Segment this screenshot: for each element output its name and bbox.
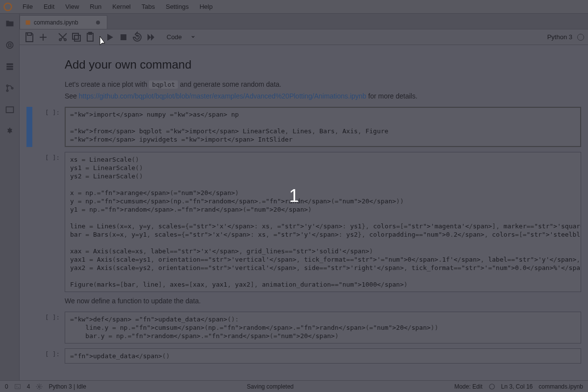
cell-prompt: [ ]:: [32, 152, 65, 292]
cell-gutter: [26, 107, 32, 147]
menu-tabs[interactable]: Tabs: [137, 1, 160, 12]
menu-edit[interactable]: Edit: [39, 1, 59, 12]
tab-commands[interactable]: commands.ipynb: [20, 15, 107, 29]
svg-point-17: [39, 386, 41, 388]
menu-help[interactable]: Help: [195, 1, 218, 12]
kernel-name[interactable]: Python 3: [547, 33, 572, 41]
menu-run[interactable]: Run: [85, 1, 106, 12]
svg-rect-2: [8, 44, 11, 47]
svg-rect-6: [6, 107, 13, 113]
tab-strip: commands.ipynb: [0, 14, 588, 29]
cell-gutter: [26, 312, 32, 343]
notebook-icon: [25, 20, 31, 25]
restart-icon[interactable]: [131, 31, 143, 43]
svg-rect-7: [26, 20, 30, 24]
tab-title: commands.ipynb: [34, 19, 78, 26]
sb-terminals[interactable]: 0: [5, 383, 8, 390]
svg-point-3: [6, 85, 8, 86]
copy-icon[interactable]: [71, 31, 82, 43]
markdown-heading: Add your own command: [65, 58, 569, 72]
sb-kernels[interactable]: 4: [27, 383, 30, 390]
terminal-icon[interactable]: [14, 383, 21, 390]
code-cell-4[interactable]: [ ]: ="fn">update_data</span>(): [26, 348, 581, 364]
svg-point-9: [59, 39, 61, 41]
notebook-panel: Add your own command Let's create a nice…: [20, 45, 588, 380]
svg-rect-8: [27, 33, 31, 35]
cell-prompt: [ ]:: [32, 348, 65, 364]
sb-mode[interactable]: Mode: Edit: [454, 383, 482, 390]
cell-gutter: [26, 348, 32, 364]
markdown-p2: See https://github.com/bqplot/bqplot/blo…: [65, 92, 569, 100]
settings-icon[interactable]: [36, 383, 43, 390]
menu-view[interactable]: View: [60, 1, 84, 12]
sb-kernel-status[interactable]: Python 3 | Idle: [49, 383, 86, 390]
notebook-scroll[interactable]: Add your own command Let's create a nice…: [20, 45, 588, 380]
markdown-cell-2[interactable]: We now define a function to update the d…: [65, 297, 569, 305]
code-cell-1[interactable]: [ ]: ="kw">import</span> numpy ="kw">as<…: [26, 107, 581, 147]
git-icon[interactable]: [5, 83, 15, 93]
svg-rect-11: [74, 35, 80, 41]
chevron-down-icon: [191, 33, 196, 41]
cell-prompt: [ ]:: [32, 107, 65, 147]
svg-point-1: [6, 42, 13, 48]
activity-bar: [0, 14, 20, 380]
svg-point-10: [64, 39, 66, 41]
cut-icon[interactable]: [57, 31, 69, 43]
stop-icon[interactable]: [118, 31, 129, 43]
running-icon[interactable]: [5, 40, 15, 50]
code-cell-2[interactable]: [ ]: xs = LinearScale() ys1 = LinearScal…: [26, 152, 581, 292]
sb-line-col[interactable]: Ln 3, Col 16: [501, 383, 533, 390]
code-editor-3[interactable]: ="kw">def</span> ="fn">update_data</span…: [65, 312, 581, 343]
markdown-cell-intro[interactable]: Add your own command Let's create a nice…: [65, 58, 569, 100]
tabs-icon[interactable]: [5, 105, 15, 115]
link-bqplot-example[interactable]: https://github.com/bqplot/bqplot/blob/ma…: [79, 92, 367, 100]
svg-rect-16: [15, 384, 20, 389]
kernel-status-icon[interactable]: [577, 34, 584, 41]
notebook-trusted-icon[interactable]: [489, 383, 495, 390]
run-icon[interactable]: [104, 31, 116, 43]
cell-gutter: [26, 152, 32, 292]
code-editor-2[interactable]: xs = LinearScale() ys1 = LinearScale() y…: [65, 152, 581, 292]
svg-point-18: [489, 384, 494, 389]
save-icon[interactable]: [24, 31, 35, 43]
code-cell-3[interactable]: [ ]: ="kw">def</span> ="fn">update_data<…: [26, 312, 581, 343]
cell-type-value: Code: [167, 33, 182, 41]
jupyter-logo: [3, 2, 13, 12]
code-editor-1[interactable]: ="kw">import</span> numpy ="kw">as</span…: [65, 107, 581, 147]
folder-icon[interactable]: [5, 19, 15, 28]
notebook-toolbar: Code Python 3: [20, 29, 588, 45]
cell-type-select[interactable]: Code: [164, 32, 198, 43]
add-cell-icon[interactable]: [37, 31, 49, 43]
run-all-icon[interactable]: [145, 31, 157, 43]
markdown-p3: We now define a function to update the d…: [65, 297, 569, 305]
paste-icon[interactable]: [84, 31, 96, 43]
menu-file[interactable]: File: [18, 1, 38, 12]
code-editor-4[interactable]: ="fn">update_data</span>(): [65, 348, 581, 364]
menu-kernel[interactable]: Kernel: [107, 1, 136, 12]
menubar: File Edit View Run Kernel Tabs Settings …: [0, 0, 588, 14]
sb-filename[interactable]: commands.ipynb: [539, 383, 583, 390]
statusbar: 0 4 Python 3 | Idle Saving completed Mod…: [0, 380, 588, 392]
inline-code-bqplot: bqplot: [149, 80, 178, 89]
svg-point-5: [11, 87, 13, 89]
menu-settings[interactable]: Settings: [161, 1, 194, 12]
commands-icon[interactable]: [5, 62, 15, 72]
cell-prompt: [ ]:: [32, 312, 65, 343]
markdown-p1: Let's create a nice plot with bqplot and…: [65, 80, 569, 88]
sb-save-status: Saving completed: [247, 383, 294, 390]
extension-icon[interactable]: [5, 126, 15, 136]
svg-point-0: [4, 3, 12, 10]
svg-rect-12: [73, 33, 78, 39]
svg-rect-15: [121, 34, 126, 40]
unsaved-dot-icon: [96, 21, 100, 24]
svg-point-4: [6, 90, 8, 91]
